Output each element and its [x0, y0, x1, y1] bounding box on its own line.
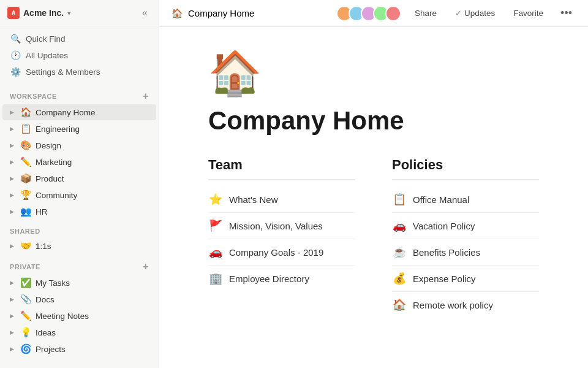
workspace-name[interactable]: A Acme Inc. ▾: [7, 7, 70, 19]
favorite-button[interactable]: Favorite: [508, 6, 548, 20]
sidebar-item-projects[interactable]: ▶ 🌀 Projects: [2, 341, 156, 357]
updates-button[interactable]: ✓ Updates: [450, 6, 500, 20]
workspace-items-list: ▶ 🏠 Company Home ▶ 📋 Engineering ▶ 🎨 Des…: [0, 104, 159, 220]
expand-arrow-icon: ▶: [7, 296, 16, 302]
clipboard-icon: 📋: [392, 193, 407, 206]
expand-arrow-icon: ▶: [7, 175, 16, 182]
sidebar-item-company-home[interactable]: ▶ 🏠 Company Home: [2, 104, 156, 120]
more-options-button[interactable]: •••: [557, 4, 576, 22]
sidebar-item-ideas[interactable]: ▶ 💡 Ideas: [2, 324, 156, 340]
item-emoji-ideas: 💡: [20, 327, 32, 338]
expand-arrow-icon: ▶: [7, 329, 16, 335]
flag-icon: 🚩: [208, 219, 223, 232]
policies-column: Policies 📋 Office Manual 🚗 Vacation Poli…: [392, 157, 539, 318]
main-content: 🏠 Company Home Share ✓ Updates Favorite …: [159, 0, 588, 368]
car-icon: 🚗: [208, 245, 223, 259]
star-icon: ⭐: [208, 193, 223, 206]
clock-icon: 🕐: [10, 50, 21, 60]
team-column-header: Team: [208, 157, 355, 180]
building-icon: 🏢: [208, 272, 223, 285]
avatar: [385, 6, 401, 21]
team-column: Team ⭐ What's New 🚩 Mission, Vision, Val…: [208, 157, 355, 318]
list-item-expense-policy[interactable]: 💰 Expense Policy: [392, 266, 539, 292]
sidebar-item-marketing[interactable]: ▶ ✏️ Marketing: [2, 154, 156, 170]
sidebar-item-product[interactable]: ▶ 📦 Product: [2, 171, 156, 186]
expand-arrow-icon: ▶: [7, 109, 16, 115]
workspace-section-header: WORKSPACE +: [0, 84, 159, 104]
collaborator-avatars: [336, 6, 401, 21]
item-emoji-product: 📦: [20, 173, 32, 184]
coffee-icon: ☕: [392, 245, 407, 259]
list-item-vacation-policy[interactable]: 🚗 Vacation Policy: [392, 213, 539, 239]
item-emoji-company-home: 🏠: [20, 107, 32, 118]
chevron-down-icon: ▾: [67, 10, 70, 17]
private-section-header: PRIVATE +: [0, 255, 159, 274]
add-private-button[interactable]: +: [143, 262, 149, 272]
policies-column-header: Policies: [392, 157, 539, 180]
sidebar-item-design[interactable]: ▶ 🎨 Design: [2, 137, 156, 153]
sidebar-item-1-1s[interactable]: ▶ 🤝 1:1s: [2, 238, 156, 254]
item-emoji-marketing: ✏️: [20, 156, 32, 167]
page-icon: 🏠: [208, 52, 539, 94]
sidebar-item-engineering[interactable]: ▶ 📋 Engineering: [2, 121, 156, 137]
expand-arrow-icon: ▶: [7, 192, 16, 198]
sidebar-item-all-updates[interactable]: 🕐 All Updates: [2, 47, 156, 63]
expand-arrow-icon: ▶: [7, 313, 16, 319]
item-emoji-docs: 📎: [20, 294, 32, 305]
item-emoji-engineering: 📋: [20, 123, 32, 134]
item-emoji-design: 🎨: [20, 140, 32, 151]
house-icon: 🏠: [392, 298, 407, 312]
item-emoji-my-tasks: ✅: [20, 277, 32, 288]
expand-arrow-icon: ▶: [7, 142, 16, 148]
page-body: 🏠 Company Home Team ⭐ What's New 🚩 Missi…: [159, 27, 588, 355]
topbar-page-title: Company Home: [188, 8, 254, 18]
list-item-benefits-policies[interactable]: ☕ Benefits Policies: [392, 239, 539, 266]
expand-arrow-icon: ▶: [7, 243, 16, 249]
expand-arrow-icon: ▶: [7, 126, 16, 132]
workspace-label: Acme Inc.: [23, 8, 64, 18]
list-item-employee-directory[interactable]: 🏢 Employee Directory: [208, 266, 355, 291]
list-item-mission-vision-values[interactable]: 🚩 Mission, Vision, Values: [208, 213, 355, 239]
item-emoji-1-1s: 🤝: [20, 240, 32, 251]
sidebar-nav-section: 🔍 Quick Find 🕐 All Updates ⚙️ Settings &…: [0, 26, 159, 84]
topbar: 🏠 Company Home Share ✓ Updates Favorite …: [159, 0, 588, 27]
add-workspace-button[interactable]: +: [143, 91, 149, 101]
search-icon: 🔍: [10, 34, 21, 44]
content-grid: Team ⭐ What's New 🚩 Mission, Vision, Val…: [208, 157, 539, 318]
list-item-remote-work-policy[interactable]: 🏠 Remote work policy: [392, 292, 539, 318]
item-emoji-community: 🏆: [20, 190, 32, 201]
item-emoji-hr: 👥: [20, 206, 32, 217]
expand-arrow-icon: ▶: [7, 280, 16, 286]
sidebar: A Acme Inc. ▾ « 🔍 Quick Find 🕐 All Updat…: [0, 0, 159, 368]
sidebar-item-meeting-notes[interactable]: ▶ ✏️ Meeting Notes: [2, 308, 156, 324]
expand-arrow-icon: ▶: [7, 209, 16, 215]
sidebar-item-settings-members[interactable]: ⚙️ Settings & Members: [2, 64, 156, 80]
car2-icon: 🚗: [392, 219, 407, 232]
gear-icon: ⚙️: [10, 67, 21, 77]
item-emoji-projects: 🌀: [20, 343, 32, 355]
shared-items-list: ▶ 🤝 1:1s: [0, 237, 159, 255]
sidebar-item-quick-find[interactable]: 🔍 Quick Find: [2, 31, 156, 47]
shared-section-header: SHARED: [0, 220, 159, 237]
collapse-sidebar-button[interactable]: «: [138, 6, 151, 20]
sidebar-item-community[interactable]: ▶ 🏆 Community: [2, 187, 156, 203]
sidebar-item-hr[interactable]: ▶ 👥 HR: [2, 204, 156, 220]
sidebar-item-docs[interactable]: ▶ 📎 Docs: [2, 291, 156, 307]
topbar-title: 🏠 Company Home: [172, 8, 254, 19]
workspace-icon: A: [7, 7, 20, 19]
list-item-office-manual[interactable]: 📋 Office Manual: [392, 186, 539, 213]
sidebar-top: A Acme Inc. ▾ «: [0, 0, 159, 26]
check-icon: ✓: [455, 9, 462, 18]
expand-arrow-icon: ▶: [7, 346, 16, 352]
item-emoji-meeting-notes: ✏️: [20, 310, 32, 321]
list-item-whats-new[interactable]: ⭐ What's New: [208, 186, 355, 213]
share-button[interactable]: Share: [410, 6, 442, 20]
topbar-page-icon: 🏠: [172, 8, 183, 19]
sidebar-item-my-tasks[interactable]: ▶ ✅ My Tasks: [2, 275, 156, 291]
list-item-company-goals-2019[interactable]: 🚗 Company Goals - 2019: [208, 239, 355, 266]
money-icon: 💰: [392, 272, 407, 285]
expand-arrow-icon: ▶: [7, 159, 16, 165]
topbar-actions: Share ✓ Updates Favorite •••: [336, 4, 576, 22]
private-items-list: ▶ ✅ My Tasks ▶ 📎 Docs ▶ ✏️ Meeting Notes…: [0, 274, 159, 358]
page-title: Company Home: [208, 107, 539, 135]
